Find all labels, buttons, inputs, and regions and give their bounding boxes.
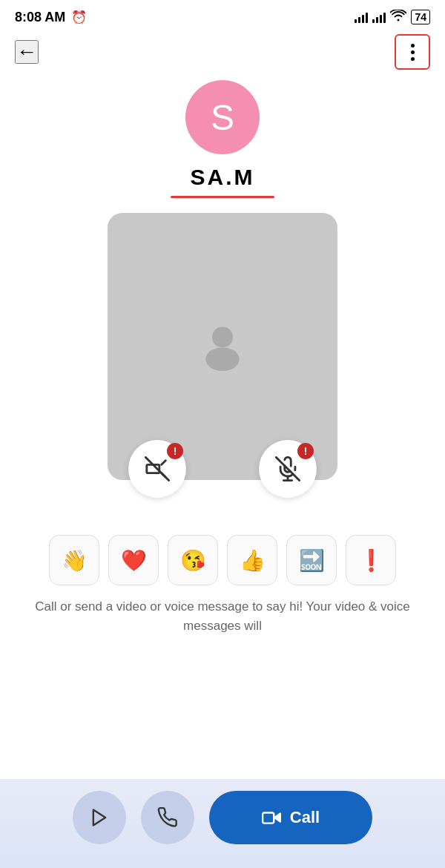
- voice-call-button[interactable]: [141, 791, 194, 844]
- svg-point-0: [212, 327, 233, 348]
- back-button[interactable]: ←: [15, 40, 39, 64]
- wifi-icon: [390, 10, 406, 24]
- bottom-bar: Call: [0, 779, 445, 868]
- signal-bars-1: [355, 11, 368, 23]
- avatar-letter: S: [211, 97, 234, 138]
- status-time: 8:08 AM ⏰: [15, 10, 87, 25]
- video-badge: !: [167, 443, 183, 459]
- alarm-icon: ⏰: [71, 10, 87, 25]
- status-bar: 8:08 AM ⏰ 74: [0, 0, 445, 31]
- dot2: [411, 50, 415, 54]
- status-icons: 74: [355, 10, 430, 24]
- video-call-button[interactable]: Call: [209, 791, 372, 844]
- emoji-soon[interactable]: 🔜: [286, 535, 337, 585]
- call-button-label: Call: [290, 808, 320, 827]
- emoji-exclaim[interactable]: ❗: [346, 535, 396, 585]
- dot1: [411, 44, 415, 47]
- contact-name: SA.M: [191, 165, 255, 190]
- avatar: S: [185, 80, 260, 154]
- time-text: 8:08 AM: [15, 10, 65, 25]
- top-nav: ←: [0, 31, 445, 73]
- description-text: Call or send a video or voice message to…: [0, 597, 445, 647]
- name-underline: [171, 196, 274, 198]
- more-menu-button[interactable]: [395, 34, 430, 70]
- mic-toggle-button[interactable]: !: [259, 440, 317, 498]
- emoji-heart[interactable]: ❤️: [108, 535, 159, 585]
- signal-bars-2: [372, 11, 386, 23]
- svg-rect-7: [263, 813, 274, 823]
- mic-badge: !: [297, 443, 314, 459]
- svg-marker-6: [93, 810, 105, 826]
- emoji-kiss[interactable]: 😘: [168, 535, 218, 585]
- send-button[interactable]: [73, 791, 126, 844]
- dot3: [411, 57, 415, 61]
- battery-indicator: 74: [411, 10, 430, 24]
- emoji-row: 👋 ❤️ 😘 👍 🔜 ❗: [34, 495, 411, 597]
- profile-section: S SA.M !: [0, 73, 445, 659]
- video-card: ! !: [108, 213, 337, 480]
- svg-point-1: [205, 348, 240, 372]
- emoji-wave[interactable]: 👋: [49, 535, 99, 585]
- card-controls: ! !: [108, 440, 337, 498]
- video-toggle-button[interactable]: !: [128, 440, 186, 498]
- emoji-thumbsup[interactable]: 👍: [227, 535, 277, 585]
- person-placeholder-icon: [197, 319, 248, 374]
- svg-marker-8: [274, 814, 280, 822]
